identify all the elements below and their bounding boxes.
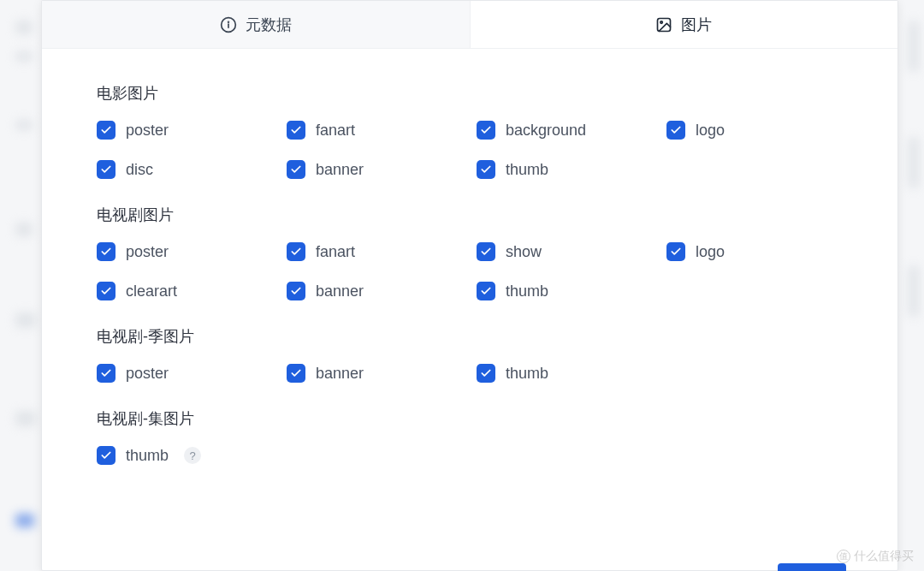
tab-bar: 元数据 图片 xyxy=(42,1,897,49)
checkbox-label: show xyxy=(506,243,542,261)
section-tv: 电视剧图片 posterfanartshowlogoclearartbanner… xyxy=(97,205,843,300)
checkbox-box xyxy=(287,121,305,140)
checkbox-label: thumb xyxy=(506,365,548,383)
checkbox-box xyxy=(97,364,116,383)
checkbox-label: logo xyxy=(696,122,725,140)
watermark-icon: 值 xyxy=(837,550,850,563)
checkbox-tv-clearart[interactable]: clearart xyxy=(97,282,273,300)
tab-metadata[interactable]: 元数据 xyxy=(42,1,471,48)
checkbox-tv-logo[interactable]: logo xyxy=(666,242,843,261)
checkbox-tv-show[interactable]: show xyxy=(477,242,653,261)
checkbox-tv-season-poster[interactable]: poster xyxy=(97,364,273,383)
section-tv-season-title: 电视剧-季图片 xyxy=(97,326,843,347)
tv-checkbox-grid: posterfanartshowlogoclearartbannerthumb xyxy=(97,242,843,300)
svg-point-4 xyxy=(660,21,663,22)
section-tv-season: 电视剧-季图片 posterbannerthumb xyxy=(97,326,843,383)
tab-content: 电影图片 posterfanartbackgroundlogodiscbanne… xyxy=(42,49,897,570)
movie-checkbox-grid: posterfanartbackgroundlogodiscbannerthum… xyxy=(97,121,843,179)
checkbox-movie-background[interactable]: background xyxy=(477,121,653,140)
checkbox-box xyxy=(477,242,495,261)
checkbox-tv-banner[interactable]: banner xyxy=(287,282,463,300)
checkbox-box xyxy=(97,282,116,300)
section-movie: 电影图片 posterfanartbackgroundlogodiscbanne… xyxy=(97,83,843,179)
tv-episode-checkbox-grid: thumb? xyxy=(97,446,843,465)
checkbox-box xyxy=(97,242,116,261)
checkbox-box xyxy=(477,121,495,140)
checkbox-movie-poster[interactable]: poster xyxy=(97,121,273,140)
checkbox-label: fanart xyxy=(316,243,355,261)
checkbox-tv-season-thumb[interactable]: thumb xyxy=(477,364,653,383)
checkbox-label: thumb xyxy=(506,161,548,179)
checkbox-movie-banner[interactable]: banner xyxy=(287,160,463,179)
checkbox-label: poster xyxy=(126,122,169,140)
checkbox-label: banner xyxy=(316,365,364,383)
watermark-text: 什么值得买 xyxy=(854,549,914,564)
checkbox-box xyxy=(97,121,116,140)
checkbox-box xyxy=(666,121,685,140)
checkbox-movie-logo[interactable]: logo xyxy=(666,121,843,140)
checkbox-movie-fanart[interactable]: fanart xyxy=(287,121,463,140)
checkbox-tv-fanart[interactable]: fanart xyxy=(287,242,463,261)
settings-dialog: 元数据 图片 电影图片 posterfanartbackgroundlogodi… xyxy=(41,0,898,571)
checkbox-tv-poster[interactable]: poster xyxy=(97,242,273,261)
svg-point-2 xyxy=(228,21,228,22)
checkbox-box xyxy=(666,242,685,261)
checkbox-label: fanart xyxy=(316,122,355,140)
checkbox-box xyxy=(97,160,116,179)
section-tv-episode: 电视剧-集图片 thumb? xyxy=(97,408,843,465)
tab-images-label: 图片 xyxy=(681,15,712,35)
image-icon xyxy=(655,16,672,33)
section-tv-title: 电视剧图片 xyxy=(97,205,843,225)
checkbox-label: banner xyxy=(316,161,364,179)
checkbox-box xyxy=(287,160,305,179)
checkbox-movie-disc[interactable]: disc xyxy=(97,160,273,179)
section-movie-title: 电影图片 xyxy=(97,83,843,104)
checkbox-box xyxy=(97,446,116,465)
checkbox-tv-thumb[interactable]: thumb xyxy=(477,282,653,300)
checkbox-label: thumb xyxy=(126,447,169,465)
watermark: 值 什么值得买 xyxy=(837,549,914,564)
section-tv-episode-title: 电视剧-集图片 xyxy=(97,408,843,429)
checkbox-movie-thumb[interactable]: thumb xyxy=(477,160,653,179)
checkbox-box xyxy=(287,282,305,300)
checkbox-label: poster xyxy=(126,243,169,261)
tab-metadata-label: 元数据 xyxy=(246,15,292,35)
help-icon[interactable]: ? xyxy=(184,447,201,464)
tv-season-checkbox-grid: posterbannerthumb xyxy=(97,364,843,383)
checkbox-label: banner xyxy=(316,283,364,300)
checkbox-box xyxy=(477,364,495,383)
tab-images[interactable]: 图片 xyxy=(471,1,898,48)
checkbox-label: clearart xyxy=(126,283,177,300)
checkbox-label: thumb xyxy=(506,283,548,300)
footer-primary-button[interactable] xyxy=(778,563,846,571)
checkbox-tv-episode-thumb[interactable]: thumb? xyxy=(97,446,273,465)
checkbox-label: disc xyxy=(126,161,153,179)
checkbox-label: logo xyxy=(696,243,725,261)
checkbox-box xyxy=(477,160,495,179)
info-icon xyxy=(220,16,237,33)
checkbox-box xyxy=(287,242,305,261)
checkbox-tv-season-banner[interactable]: banner xyxy=(287,364,463,383)
checkbox-box xyxy=(477,282,495,300)
checkbox-label: background xyxy=(506,122,586,140)
checkbox-box xyxy=(287,364,305,383)
checkbox-label: poster xyxy=(126,365,169,383)
